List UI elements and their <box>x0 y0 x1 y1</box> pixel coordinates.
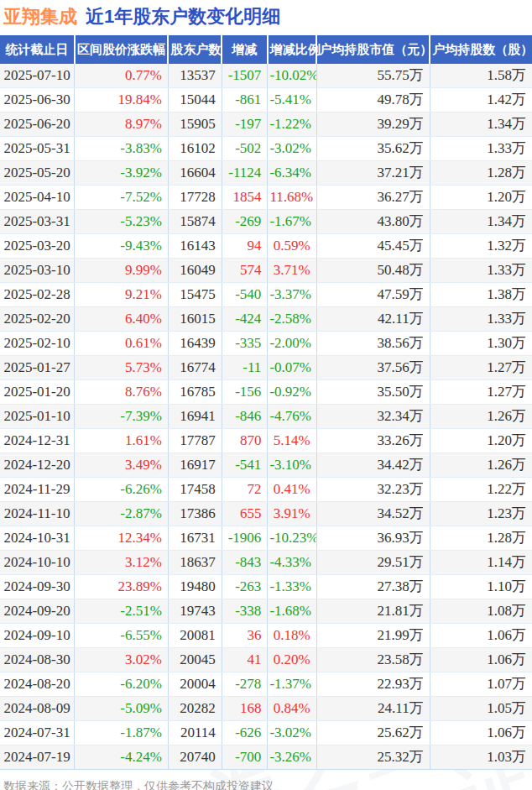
cell-price-change: 8.97% <box>75 112 169 137</box>
cell-date: 2024-08-09 <box>0 697 75 721</box>
cell-avg-shares: 1.20万 <box>430 429 532 453</box>
cell-delta: -263 <box>222 575 268 599</box>
table-row: 2024-09-3023.89%19480-263-1.33%27.38万1.1… <box>0 575 532 599</box>
cell-avg-shares: 1.06万 <box>430 721 532 746</box>
table-row: 2024-11-29-6.26%17458720.41%32.23万1.22万 <box>0 478 532 502</box>
cell-delta: -843 <box>222 551 268 575</box>
cell-delta-pct: -1.37% <box>268 672 316 697</box>
cell-avg-market-value: 25.62万 <box>316 721 430 746</box>
cell-avg-shares: 1.14万 <box>430 551 532 575</box>
cell-holder-count: 20004 <box>168 672 222 697</box>
cell-delta: -846 <box>222 405 268 429</box>
cell-avg-market-value: 29.51万 <box>316 551 430 575</box>
cell-avg-shares: 1.06万 <box>430 624 532 648</box>
cell-avg-market-value: 47.59万 <box>316 283 430 307</box>
table-row: 2025-05-31-3.83%16102-502-3.02%35.62万1.3… <box>0 137 532 161</box>
cell-delta: 1854 <box>222 186 268 210</box>
cell-delta-pct: 3.71% <box>268 259 316 283</box>
cell-delta: 94 <box>222 234 268 259</box>
cell-holder-count: 17458 <box>168 478 222 502</box>
cell-date: 2024-08-30 <box>0 648 75 672</box>
cell-price-change: 3.49% <box>75 453 169 478</box>
cell-date: 2025-03-20 <box>0 234 75 259</box>
table-row: 2025-03-20-9.43%16143940.59%45.45万1.32万 <box>0 234 532 259</box>
cell-delta: -11 <box>222 356 268 380</box>
cell-avg-market-value: 55.75万 <box>316 64 430 88</box>
cell-avg-market-value: 42.11万 <box>316 307 430 332</box>
cell-avg-shares: 1.38万 <box>430 283 532 307</box>
cell-holder-count: 18637 <box>168 551 222 575</box>
cell-holder-count: 17386 <box>168 502 222 526</box>
table-row: 2024-08-20-6.20%20004-278-1.37%22.93万1.0… <box>0 672 532 697</box>
cell-delta: -541 <box>222 453 268 478</box>
cell-date: 2024-07-31 <box>0 721 75 746</box>
cell-delta: -626 <box>222 721 268 746</box>
table-row: 2025-03-31-5.23%15874-269-1.67%43.80万1.3… <box>0 210 532 234</box>
cell-delta-pct: 0.18% <box>268 624 316 648</box>
cell-avg-shares: 1.07万 <box>430 672 532 697</box>
table-row: 2024-07-19-4.24%20740-700-3.26%25.32万1.0… <box>0 746 532 770</box>
cell-date: 2025-05-31 <box>0 137 75 161</box>
cell-delta-pct: -3.37% <box>268 283 316 307</box>
column-header-5: 户均持股市值（元） <box>316 35 430 64</box>
cell-date: 2025-07-10 <box>0 64 75 88</box>
cell-avg-shares: 1.05万 <box>430 697 532 721</box>
cell-avg-shares: 1.10万 <box>430 575 532 599</box>
cell-price-change: 1.61% <box>75 429 169 453</box>
cell-holder-count: 16143 <box>168 234 222 259</box>
column-header-3: 增减 <box>222 35 268 64</box>
cell-price-change: -6.26% <box>75 478 169 502</box>
cell-delta: -335 <box>222 332 268 356</box>
cell-delta-pct: -5.41% <box>268 88 316 112</box>
cell-holder-count: 16015 <box>168 307 222 332</box>
table-row: 2025-06-3019.84%15044-861-5.41%49.78万1.4… <box>0 88 532 112</box>
table-row: 2025-01-275.73%16774-11-0.07%37.56万1.27万 <box>0 356 532 380</box>
cell-delta-pct: -3.26% <box>268 746 316 770</box>
cell-date: 2025-03-10 <box>0 259 75 283</box>
cell-delta-pct: -3.02% <box>268 137 316 161</box>
cell-price-change: -5.23% <box>75 210 169 234</box>
cell-avg-market-value: 36.27万 <box>316 186 430 210</box>
cell-date: 2024-09-20 <box>0 599 75 624</box>
shareholder-detail-page: 证券之星证券之星证券之星证券之星证券之星证券之星证券之星证券之星证券之星 亚翔集… <box>0 0 532 790</box>
cell-holder-count: 19743 <box>168 599 222 624</box>
cell-date: 2025-06-30 <box>0 88 75 112</box>
cell-delta: -338 <box>222 599 268 624</box>
cell-avg-market-value: 37.56万 <box>316 356 430 380</box>
cell-delta-pct: -3.02% <box>268 721 316 746</box>
cell-avg-shares: 1.33万 <box>430 307 532 332</box>
cell-date: 2025-01-10 <box>0 405 75 429</box>
cell-delta-pct: -1.68% <box>268 599 316 624</box>
cell-avg-shares: 1.32万 <box>430 234 532 259</box>
cell-date: 2024-12-20 <box>0 453 75 478</box>
cell-holder-count: 16439 <box>168 332 222 356</box>
cell-delta-pct: -10.02% <box>268 64 316 88</box>
table-row: 2024-09-20-2.51%19743-338-1.68%21.81万1.0… <box>0 599 532 624</box>
table-row: 2025-07-100.77%13537-1507-10.02%55.75万1.… <box>0 64 532 88</box>
cell-holder-count: 20045 <box>168 648 222 672</box>
cell-delta-pct: 0.41% <box>268 478 316 502</box>
cell-price-change: -2.87% <box>75 502 169 526</box>
cell-date: 2024-09-10 <box>0 624 75 648</box>
cell-price-change: -1.87% <box>75 721 169 746</box>
cell-delta-pct: -2.00% <box>268 332 316 356</box>
cell-date: 2025-04-10 <box>0 186 75 210</box>
cell-holder-count: 20081 <box>168 624 222 648</box>
cell-avg-market-value: 34.52万 <box>316 502 430 526</box>
cell-avg-shares: 1.27万 <box>430 380 532 405</box>
cell-avg-shares: 1.28万 <box>430 526 532 551</box>
table-row: 2025-01-10-7.39%16941-846-4.76%32.34万1.2… <box>0 405 532 429</box>
cell-holder-count: 15044 <box>168 88 222 112</box>
table-row: 2024-12-311.61%177878705.14%33.26万1.20万 <box>0 429 532 453</box>
cell-delta: -700 <box>222 746 268 770</box>
cell-date: 2024-09-30 <box>0 575 75 599</box>
table-row: 2025-03-109.99%160495743.71%50.48万1.33万 <box>0 259 532 283</box>
cell-price-change: 9.21% <box>75 283 169 307</box>
cell-holder-count: 20740 <box>168 746 222 770</box>
cell-avg-shares: 1.34万 <box>430 210 532 234</box>
cell-delta: 72 <box>222 478 268 502</box>
table-row: 2024-12-203.49%16917-541-3.10%34.42万1.26… <box>0 453 532 478</box>
cell-holder-count: 16917 <box>168 453 222 478</box>
cell-holder-count: 20114 <box>168 721 222 746</box>
table-row: 2025-04-10-7.52%17728185411.68%36.27万1.2… <box>0 186 532 210</box>
